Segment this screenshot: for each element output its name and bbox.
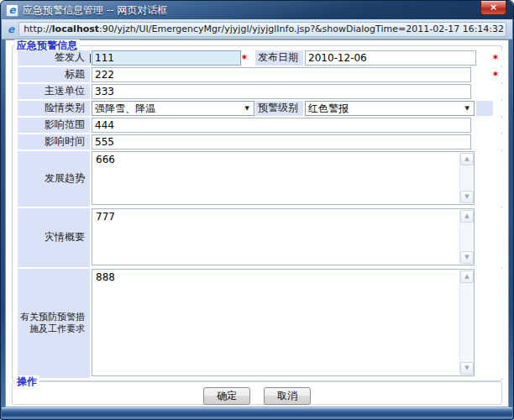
status-bar xyxy=(2,407,512,418)
ie-page-icon: e xyxy=(6,4,18,17)
cancel-button[interactable]: 取消 xyxy=(264,387,311,405)
url-field[interactable]: http://localhost:90/yjzh/UI/EmergencyMgr… xyxy=(18,22,506,37)
ie-logo-icon: e xyxy=(8,5,15,15)
required-asterisk: * xyxy=(242,53,247,65)
scroll-down-icon[interactable]: ▼ xyxy=(460,191,474,203)
ok-button[interactable]: 确定 xyxy=(203,387,250,405)
title-bar[interactable]: e 应急预警信息管理 -- 网页对话框 × xyxy=(1,1,513,19)
scroll-down-icon[interactable]: ▼ xyxy=(460,251,474,264)
summary-cell: 777 ▲ ▼ xyxy=(90,208,490,267)
row-measures: 有关预防预警措施及工作要求 888 ▲ ▼ xyxy=(18,269,503,378)
impact-scope-label: 影响范围 xyxy=(18,118,90,133)
measures-textarea[interactable]: 888 ▲ ▼ xyxy=(92,269,475,376)
summary-label: 灾情概要 xyxy=(18,208,90,267)
close-button[interactable]: × xyxy=(480,1,506,15)
row-danger-warning: 险情类别 强降雪、降温 ▼ 预警级别 红色警报 ▼ xyxy=(18,101,503,116)
spacer-cell xyxy=(490,151,503,207)
danger-type-label: 险情类别 xyxy=(18,101,90,116)
url-path: :90/yjzh/UI/EmergencyMgr/yjyjgl/yjyjglIn… xyxy=(99,24,504,34)
spacer-cell xyxy=(490,134,503,150)
impact-scope-cell xyxy=(90,118,490,133)
impact-time-label: 影响时间 xyxy=(18,134,90,150)
section-title-actions: 操作 xyxy=(14,375,39,387)
spacer-cell xyxy=(490,118,503,133)
summary-textarea[interactable]: 777 ▲ ▼ xyxy=(92,208,475,265)
required-cell: * xyxy=(490,67,503,82)
section-title-warning-info: 应急预警信息 xyxy=(14,39,80,51)
required-asterisk: * xyxy=(493,53,498,65)
main-unit-label: 主送单位 xyxy=(18,84,90,99)
text-caret xyxy=(90,54,91,63)
spacer-cell xyxy=(493,101,503,116)
trend-label: 发展趋势 xyxy=(18,151,90,207)
measures-value: 888 xyxy=(96,271,115,283)
row-impact-time: 影响时间 xyxy=(18,134,503,150)
title-label: 标题 xyxy=(18,67,90,82)
danger-type-cell: 强降雪、降温 ▼ xyxy=(90,101,255,116)
required-cell: * xyxy=(490,50,503,66)
trend-cell: 666 ▲ ▼ xyxy=(90,151,490,207)
dialog-window: e 应急预警信息管理 -- 网页对话框 × e http://localhost… xyxy=(0,0,514,420)
trend-value: 666 xyxy=(96,154,115,165)
filler-cell xyxy=(476,101,493,116)
required-asterisk: * xyxy=(493,70,498,81)
row-trend: 发展趋势 666 ▲ ▼ xyxy=(18,151,503,207)
publish-date-input[interactable] xyxy=(305,50,476,66)
warning-level-value: 红色警报 xyxy=(308,102,349,116)
issuer-cell: * xyxy=(90,50,255,66)
row-summary: 灾情概要 777 ▲ ▼ xyxy=(18,208,503,267)
impact-time-cell xyxy=(90,134,490,150)
spacer-cell xyxy=(490,269,503,378)
warning-level-cell: 红色警报 ▼ xyxy=(303,101,476,116)
button-row: 确定 取消 xyxy=(13,387,501,405)
impact-time-input[interactable] xyxy=(92,134,471,150)
issuer-label: 签发人 xyxy=(18,50,90,66)
textarea-scrollbar[interactable]: ▲ ▼ xyxy=(459,270,473,375)
measures-label: 有关预防预警措施及工作要求 xyxy=(18,269,90,378)
measures-cell: 888 ▲ ▼ xyxy=(90,269,490,378)
chevron-down-icon: ▼ xyxy=(461,105,474,112)
row-impact-scope: 影响范围 xyxy=(18,118,503,133)
issuer-input[interactable] xyxy=(92,50,241,66)
row-issuer-date: 签发人 * 发布日期 * xyxy=(18,50,503,66)
summary-value: 777 xyxy=(96,211,115,223)
actions-fieldset: 操作 确定 取消 xyxy=(12,381,502,405)
textarea-scrollbar[interactable]: ▲ ▼ xyxy=(459,210,473,264)
title-cell xyxy=(90,67,490,82)
address-bar: e http://localhost:90/yjzh/UI/EmergencyM… xyxy=(2,19,512,39)
warning-info-fieldset: 应急预警信息 签发人 * 发布日期 * xyxy=(12,45,502,381)
warning-level-label: 预警级别 xyxy=(255,101,303,116)
trend-textarea[interactable]: 666 ▲ ▼ xyxy=(92,151,475,205)
warning-level-select[interactable]: 红色警报 ▼ xyxy=(305,101,475,116)
scroll-up-icon[interactable]: ▲ xyxy=(460,270,474,283)
spacer-cell xyxy=(490,208,503,267)
impact-scope-input[interactable] xyxy=(92,118,471,133)
scroll-up-icon[interactable]: ▲ xyxy=(460,153,474,165)
danger-type-value: 强降雪、降温 xyxy=(95,102,155,116)
row-main-unit: 主送单位 xyxy=(18,84,503,99)
form-table: 签发人 * 发布日期 * 标题 xyxy=(18,50,503,380)
row-title: 标题 * xyxy=(18,67,503,82)
publish-date-label: 发布日期 xyxy=(255,50,303,66)
scroll-up-icon[interactable]: ▲ xyxy=(460,210,474,223)
main-unit-cell xyxy=(90,84,490,99)
dialog-content: 应急预警信息 签发人 * 发布日期 * xyxy=(5,39,509,407)
url-host: localhost xyxy=(52,24,99,34)
title-input[interactable] xyxy=(92,67,471,82)
publish-date-cell xyxy=(303,50,490,66)
textarea-scrollbar[interactable]: ▲ ▼ xyxy=(459,153,473,203)
danger-type-select[interactable]: 强降雪、降温 ▼ xyxy=(92,101,254,116)
scroll-down-icon[interactable]: ▼ xyxy=(460,362,474,375)
spacer-cell xyxy=(490,84,503,99)
chevron-down-icon: ▼ xyxy=(241,105,254,112)
main-unit-input[interactable] xyxy=(92,84,471,99)
ie-logo-icon: e xyxy=(8,24,14,34)
window-title: 应急预警信息管理 -- 网页对话框 xyxy=(23,3,167,18)
url-prefix: http:// xyxy=(24,24,52,34)
